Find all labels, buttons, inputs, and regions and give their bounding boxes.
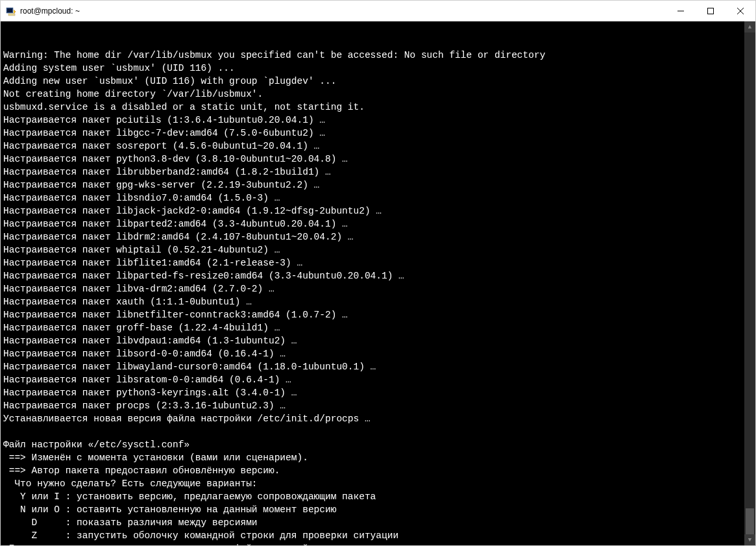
minimize-button[interactable] — [666, 1, 696, 21]
terminal-line: Настраивается пакет gpg-wks-server (2.2.… — [3, 179, 753, 192]
scrollbar-thumb[interactable] — [746, 508, 754, 534]
terminal-line: Настраивается пакет sosreport (4.5.6-0ub… — [3, 140, 753, 153]
putty-icon — [6, 6, 16, 16]
terminal-line: Настраивается пакет libnetfilter-conntra… — [3, 308, 753, 321]
terminal-line: Y или I : установить версию, предлагаему… — [3, 490, 753, 503]
terminal-line: Warning: The home dir /var/lib/usbmux yo… — [3, 49, 753, 62]
terminal-line: Настраивается пакет librubberband2:amd64… — [3, 166, 753, 179]
terminal-line: Not creating home directory `/var/lib/us… — [3, 88, 753, 101]
terminal-line: Настраивается пакет libdrm2:amd64 (2.4.1… — [3, 230, 753, 243]
terminal-line: Настраивается пакет libgcc-7-dev:amd64 (… — [3, 127, 753, 140]
terminal-line: Настраивается пакет libwayland-cursor0:a… — [3, 360, 753, 373]
terminal-line: Настраивается пакет libjack-jackd2-0:amd… — [3, 205, 753, 217]
close-button[interactable] — [726, 1, 755, 21]
terminal-line: Настраивается пакет libflite1:amd64 (2.1… — [3, 256, 753, 269]
vertical-scrollbar[interactable]: ▲ ▼ — [744, 21, 755, 545]
terminal-line: Настраивается пакет libva-drm2:amd64 (2.… — [3, 282, 753, 295]
terminal-line: Настраивается пакет libsndio7.0:amd64 (1… — [3, 192, 753, 205]
terminal-line: Настраивается пакет libvdpau1:amd64 (1.3… — [3, 334, 753, 347]
terminal-line: Adding new user `usbmux' (UID 116) with … — [3, 75, 753, 88]
window-title: root@mpcloud: ~ — [20, 6, 666, 16]
terminal-line: Настраивается пакет python3.8-dev (3.8.1… — [3, 153, 753, 166]
svg-rect-1 — [7, 8, 12, 12]
terminal-viewport[interactable]: Warning: The home dir /var/lib/usbmux yo… — [1, 21, 755, 545]
terminal-line: Настраивается пакет pciutils (1:3.6.4-1u… — [3, 114, 753, 127]
terminal-output: Warning: The home dir /var/lib/usbmux yo… — [3, 49, 753, 545]
terminal-line — [3, 425, 753, 438]
window-titlebar: root@mpcloud: ~ — [1, 1, 755, 21]
svg-rect-2 — [8, 14, 15, 16]
terminal-line: Настраивается пакет libparted2:amd64 (3.… — [3, 217, 753, 230]
terminal-line: N или O : оставить установленную на данн… — [3, 503, 753, 516]
terminal-line: Настраивается пакет groff-base (1.22.4-4… — [3, 321, 753, 334]
maximize-button[interactable] — [696, 1, 726, 21]
terminal-line: usbmuxd.service is a disabled or a stati… — [3, 101, 753, 114]
terminal-line: Adding system user `usbmux' (UID 116) ..… — [3, 62, 753, 75]
terminal-line: Настраивается пакет libsratom-0-0:amd64 … — [3, 373, 753, 386]
terminal-line: ==> Автор пакета предоставил обновлённую… — [3, 464, 753, 477]
terminal-line: D : показать различия между версиями — [3, 516, 753, 529]
svg-rect-4 — [708, 8, 714, 14]
terminal-line: Настраивается пакет procps (2:3.3.16-1ub… — [3, 399, 753, 412]
terminal-line: Z : запустить оболочку командной строки … — [3, 529, 753, 542]
terminal-line: Настраивается пакет xauth (1:1.1-0ubuntu… — [3, 295, 753, 308]
terminal-line: Настраивается пакет whiptail (0.52.21-4u… — [3, 243, 753, 256]
scroll-down-button[interactable]: ▼ — [744, 534, 755, 545]
terminal-line: Устанавливается новая версия файла настр… — [3, 412, 753, 425]
terminal-line: Настраивается пакет libparted-fs-resize0… — [3, 269, 753, 282]
terminal-line: Файл настройки «/etc/sysctl.conf» — [3, 438, 753, 451]
terminal-line: Настраивается пакет python3-keyrings.alt… — [3, 386, 753, 399]
terminal-line: По умолчанию сохраняется текущая версия … — [3, 542, 753, 545]
terminal-line: ==> Изменён с момента установки (вами ил… — [3, 451, 753, 464]
terminal-line: Что нужно сделать? Есть следующие вариан… — [3, 477, 753, 490]
scrollbar-track[interactable] — [744, 32, 755, 534]
terminal-line: Настраивается пакет libsord-0-0:amd64 (0… — [3, 347, 753, 360]
scroll-up-button[interactable]: ▲ — [744, 21, 755, 32]
window-controls — [666, 1, 755, 21]
